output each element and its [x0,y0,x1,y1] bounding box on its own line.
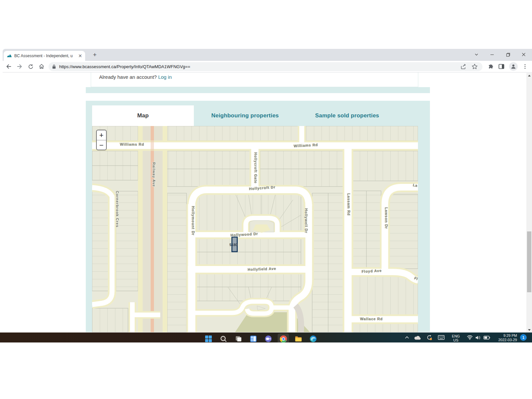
login-link[interactable]: Log in [158,74,172,80]
browser-window: BC Assessment - Independent, u ✕ + [3,49,532,332]
tab-search-chevron-icon[interactable] [469,49,484,60]
menu-dots-icon[interactable] [522,64,528,69]
tab-sample-sold-properties[interactable]: Sample sold properties [296,105,398,126]
language-code: ENG [452,334,460,338]
new-tab-button[interactable]: + [90,51,99,59]
clock-date: 2022-03-29 [498,338,517,342]
bookmark-star-icon[interactable] [471,64,478,69]
tab-close-icon[interactable]: ✕ [77,53,83,59]
taskbar-clock[interactable]: 9:29 PM 2022-03-29 [492,332,517,342]
window-close-button[interactable] [516,49,531,60]
profile-avatar[interactable] [509,62,518,71]
search-icon[interactable] [219,335,227,342]
forward-button[interactable] [15,62,25,71]
file-explorer-icon[interactable] [294,335,302,342]
https-lock-icon [52,64,56,69]
browser-toolbar: https://www.bcassessment.ca/Property/Inf… [3,61,532,72]
street-label: Lawson Dr [384,207,388,229]
region-code: US [453,338,458,342]
url-text: https://www.bcassessment.ca/Property/Inf… [59,64,458,69]
property-tabs: Map Neighbouring properties Sample sold … [92,105,398,126]
account-prompt-card: Already have an account? Log in [91,72,418,87]
street-label: Hollywell Dr [304,208,308,233]
notification-badge[interactable]: 1 [520,334,527,341]
extensions-puzzle-icon[interactable] [487,63,494,70]
window-minimize-button[interactable] [484,49,500,60]
parcel-number-label: 5180 [229,243,237,247]
page-scrollbar [526,73,532,332]
street-label: Cornerbrook Cres [115,191,119,227]
battery-icon[interactable] [482,332,491,342]
back-button[interactable] [4,62,14,71]
volume-icon[interactable] [473,332,482,342]
widgets-icon[interactable] [249,335,257,342]
browser-tab[interactable]: BC Assessment - Independent, u ✕ [4,51,85,61]
street-label: Williams Rd [120,142,144,146]
street-label: Railway Ave [152,162,156,187]
street-label: Lassam Rd [347,193,351,216]
zoom-in-button[interactable]: + [97,130,106,140]
onedrive-icon[interactable] [413,332,422,342]
start-button[interactable] [204,335,212,342]
railway-crossing [151,141,154,151]
street-label: Hollymount Dr [191,206,195,236]
tab-neighbouring-properties[interactable]: Neighbouring properties [194,105,296,126]
language-indicator[interactable]: ENG US [450,332,462,342]
clock-time: 9:29 PM [503,333,517,338]
teal-divider-band [86,87,430,93]
hidden-icons-chevron[interactable] [403,332,411,342]
page-content: Already have an account? Log in Map Neig… [3,72,532,332]
taskbar-app-icons [204,335,317,342]
property-tabs-section: Map Neighbouring properties Sample sold … [86,101,430,332]
tab-title: BC Assessment - Independent, u [14,54,75,58]
screenshot-stage: BC Assessment - Independent, u ✕ + [0,0,532,399]
touch-keyboard-icon[interactable] [436,332,446,342]
chrome-icon[interactable] [279,335,287,342]
task-view-icon[interactable] [234,335,242,342]
address-bar[interactable]: https://www.bcassessment.ca/Property/Inf… [49,62,482,71]
property-map[interactable]: + − [92,126,418,332]
browser-tabstrip: BC Assessment - Independent, u ✕ + [3,49,532,61]
street-label: Wallace Rd [360,317,383,321]
chat-icon[interactable] [264,335,272,342]
sync-icon[interactable] [425,332,434,342]
side-panel-icon[interactable] [498,63,505,70]
toolbar-right-buttons [485,62,532,71]
map-zoom-control: + − [96,130,107,150]
tab-map[interactable]: Map [92,105,194,126]
account-prompt-text: Already have an account? [99,74,157,80]
scrollbar-up-arrow[interactable] [526,73,532,78]
edge-icon[interactable] [309,335,317,342]
wifi-icon[interactable] [466,332,474,342]
share-icon[interactable] [461,64,467,69]
home-button[interactable] [37,62,47,71]
reload-button[interactable] [26,62,36,71]
zoom-out-button[interactable]: − [97,140,106,150]
window-maximize-button[interactable] [500,49,516,60]
windows-taskbar: ENG US 9:29 PM 2022-03-29 1 [0,332,532,342]
scrollbar-down-arrow[interactable] [526,327,532,332]
railway-corridor [138,126,167,332]
street-label: La [413,183,418,188]
scrollbar-thumb[interactable] [527,231,531,292]
map-canvas[interactable]: 5180 Williams RdWilliams RdRailway AveHo… [92,126,418,332]
bc-assessment-favicon [7,53,12,59]
street-label: Hollycroft Gate [254,152,258,184]
